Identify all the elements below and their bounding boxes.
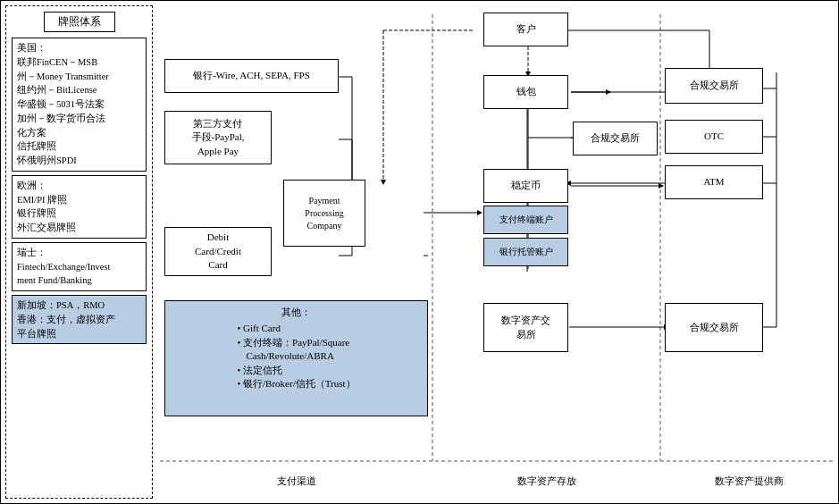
atm-label: ATM: [703, 175, 724, 189]
bank-custody-account-box: 银行托管账户: [483, 238, 568, 266]
usa-line2: 联邦FinCEN－MSB: [17, 55, 141, 70]
eu-line1: 欧洲：: [17, 179, 141, 193]
svg-marker-46: [381, 180, 386, 185]
others-content: 其他： • Gift Card • 支付终端：PayPal/Square Cas…: [237, 306, 355, 391]
eu-line4: 外汇交易牌照: [17, 221, 141, 235]
left-panel: 牌照体系 美国： 联邦FinCEN－MSB 州－Money Transmitte…: [5, 5, 153, 499]
payment-terminal-account-label: 支付终端账户: [499, 214, 553, 226]
digital-asset-exchange-label: 数字资产交 易所: [501, 314, 550, 341]
svg-marker-11: [477, 210, 482, 215]
ch-line3: ment Fund/Banking: [17, 273, 141, 288]
sg-line1: 新加坡：PSA，RMO: [17, 298, 141, 313]
switzerland-license-section: 瑞士： Fintech/Exchange/Invest ment Fund/Ba…: [12, 242, 147, 291]
others-item1: • Gift Card: [237, 322, 355, 335]
compliant-exchange-middle-label: 合规交易所: [591, 131, 640, 145]
wallet-label: 钱包: [516, 85, 536, 98]
ch-line1: 瑞士：: [17, 246, 141, 260]
others-item2: • 支付终端：PayPal/Square: [237, 336, 355, 349]
usa-line4: 纽约州－BitLicense: [17, 83, 141, 97]
svg-marker-18: [606, 89, 611, 95]
diagram-container: 牌照体系 美国： 联邦FinCEN－MSB 州－Money Transmitte…: [0, 0, 839, 504]
others-item4: • 银行/Broker/信托（Trust）: [237, 377, 355, 391]
others-item2b: Cash/Revolute/ABRA: [237, 349, 355, 363]
usa-line8: 信托牌照: [17, 139, 141, 154]
stablecoin-label: 稳定币: [511, 179, 541, 192]
otc-box: OTC: [665, 120, 763, 154]
ch-line2: Fintech/Exchange/Invest: [17, 260, 141, 274]
payment-channel-label: 支付渠道: [160, 475, 432, 488]
customer-label: 客户: [516, 22, 536, 36]
customer-box: 客户: [483, 13, 568, 46]
payment-processing-company-box: Payment Processing Company: [283, 180, 365, 247]
others-item3: • 法定信托: [237, 364, 355, 377]
hk-line2: 平台牌照: [17, 327, 141, 341]
payment-terminal-account-box: 支付终端账户: [483, 206, 568, 234]
third-party-label: 第三方支付 手段-PayPal, Apple Pay: [192, 117, 245, 158]
usa-line1: 美国：: [17, 41, 141, 55]
bank-wire-box: 银行-Wire, ACH, SEPA, FPS: [164, 59, 339, 93]
third-party-box: 第三方支付 手段-PayPal, Apple Pay: [164, 111, 272, 164]
debit-card-label: Debit Card/Credit Card: [195, 231, 241, 272]
ppc-label: Payment Processing Company: [305, 195, 343, 232]
sg-hk-license-section: 新加坡：PSA，RMO 香港：支付，虚拟资产 平台牌照: [12, 295, 147, 344]
compliant-exchange-right-bottom-label: 合规交易所: [690, 321, 739, 334]
compliant-exchange-right-top-box: 合规交易所: [665, 68, 763, 104]
bank-custody-account-label: 银行托管账户: [499, 246, 553, 258]
others-title: 其他：: [237, 306, 355, 319]
usa-line9: 怀俄明州SPDI: [17, 154, 141, 168]
others-box: 其他： • Gift Card • 支付终端：PayPal/Square Cas…: [164, 300, 428, 416]
license-system-title: 牌照体系: [44, 12, 115, 32]
usa-line7: 化方案: [17, 126, 141, 140]
debit-card-box: Debit Card/Credit Card: [164, 227, 272, 276]
compliant-exchange-middle-box: 合规交易所: [573, 122, 658, 155]
eu-line3: 银行牌照: [17, 206, 141, 221]
compliant-exchange-right-bottom-box: 合规交易所: [665, 303, 763, 352]
digital-provider-label: 数字资产提供商: [663, 475, 835, 488]
usa-line3: 州－Money Transmitter: [17, 70, 141, 84]
main-diagram-area: 客户 银行-Wire, ACH, SEPA, FPS 第三方支付 手段-PayP…: [160, 5, 834, 499]
digital-asset-exchange-box: 数字资产交 易所: [483, 303, 568, 352]
digital-storage-label: 数字资产存放: [435, 475, 659, 488]
hk-line1: 香港：支付，虚拟资产: [17, 313, 141, 327]
usa-line6: 加州－数字货币合法: [17, 112, 141, 126]
otc-label: OTC: [704, 130, 724, 143]
svg-marker-24: [659, 183, 664, 189]
eu-line2: EMI/PI 牌照: [17, 193, 141, 207]
atm-box: ATM: [665, 165, 763, 199]
usa-license-section: 美国： 联邦FinCEN－MSB 州－Money Transmitter 纽约州…: [12, 38, 147, 172]
europe-license-section: 欧洲： EMI/PI 牌照 银行牌照 外汇交易牌照: [12, 175, 147, 239]
wallet-box: 钱包: [483, 75, 568, 109]
bank-wire-label: 银行-Wire, ACH, SEPA, FPS: [193, 69, 310, 82]
compliant-exchange-right-top-label: 合规交易所: [690, 79, 739, 92]
stablecoin-box: 稳定币: [483, 169, 568, 203]
usa-line5: 华盛顿－5031号法案: [17, 97, 141, 112]
